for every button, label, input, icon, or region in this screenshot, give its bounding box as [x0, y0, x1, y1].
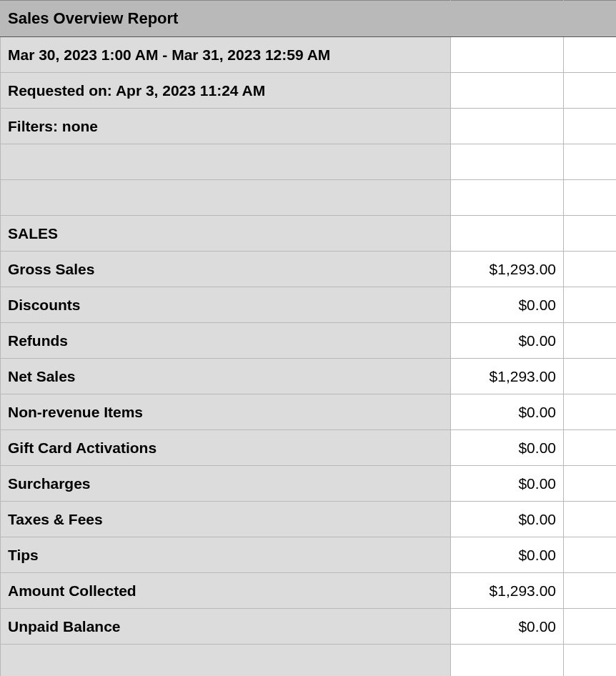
empty-cell	[451, 109, 564, 144]
table-row: Non-revenue Items $0.00	[1, 394, 617, 430]
empty-cell	[1, 180, 451, 216]
row-value: $1,293.00	[451, 359, 564, 394]
table-row: Gross Sales $1,293.00	[1, 252, 617, 287]
date-range-row: Mar 30, 2023 1:00 AM - Mar 31, 2023 12:5…	[1, 37, 617, 73]
row-label: Non-revenue Items	[1, 394, 451, 430]
row-label: Gift Card Activations	[1, 430, 451, 466]
blank-row	[1, 180, 617, 216]
row-value: $0.00	[451, 287, 564, 323]
empty-cell	[564, 323, 617, 359]
empty-cell	[564, 645, 617, 677]
row-label: Discounts	[1, 287, 451, 323]
empty-cell	[451, 37, 564, 73]
empty-cell	[451, 1, 564, 37]
row-value: $0.00	[451, 430, 564, 466]
empty-cell	[451, 144, 564, 180]
row-value: $0.00	[451, 394, 564, 430]
empty-cell	[564, 609, 617, 645]
report-title: Sales Overview Report	[1, 1, 451, 37]
empty-cell	[564, 216, 617, 252]
empty-cell	[451, 180, 564, 216]
section-header: SALES	[1, 216, 451, 252]
table-row: Discounts $0.00	[1, 287, 617, 323]
table-row: Unpaid Balance $0.00	[1, 609, 617, 645]
empty-cell	[1, 144, 451, 180]
filters: Filters: none	[1, 109, 451, 144]
empty-cell	[564, 180, 617, 216]
title-row: Sales Overview Report	[1, 1, 617, 37]
row-label: Gross Sales	[1, 252, 451, 287]
empty-cell	[564, 502, 617, 537]
row-value: $0.00	[451, 537, 564, 573]
row-label: Surcharges	[1, 466, 451, 502]
empty-cell	[564, 1, 617, 37]
empty-cell	[564, 287, 617, 323]
row-value: $0.00	[451, 323, 564, 359]
table-row: Refunds $0.00	[1, 323, 617, 359]
table-row: Taxes & Fees $0.00	[1, 502, 617, 537]
sales-report-table: Sales Overview Report Mar 30, 2023 1:00 …	[0, 0, 616, 676]
empty-cell	[564, 144, 617, 180]
empty-cell	[564, 537, 617, 573]
empty-cell	[564, 109, 617, 144]
empty-cell	[564, 573, 617, 609]
blank-row	[1, 645, 617, 677]
row-label: Tips	[1, 537, 451, 573]
row-label: Net Sales	[1, 359, 451, 394]
row-label: Amount Collected	[1, 573, 451, 609]
date-range: Mar 30, 2023 1:00 AM - Mar 31, 2023 12:5…	[1, 37, 451, 73]
row-label: Taxes & Fees	[1, 502, 451, 537]
row-value: $0.00	[451, 466, 564, 502]
empty-cell	[564, 37, 617, 73]
row-value: $0.00	[451, 609, 564, 645]
row-label: Refunds	[1, 323, 451, 359]
section-header-row: SALES	[1, 216, 617, 252]
empty-cell	[451, 73, 564, 109]
table-row: Net Sales $1,293.00	[1, 359, 617, 394]
empty-cell	[564, 359, 617, 394]
blank-row	[1, 144, 617, 180]
requested-on: Requested on: Apr 3, 2023 11:24 AM	[1, 73, 451, 109]
empty-cell	[451, 216, 564, 252]
row-value: $1,293.00	[451, 252, 564, 287]
empty-cell	[564, 73, 617, 109]
empty-cell	[451, 645, 564, 677]
row-value: $0.00	[451, 502, 564, 537]
empty-cell	[564, 394, 617, 430]
row-label: Unpaid Balance	[1, 609, 451, 645]
table-row: Surcharges $0.00	[1, 466, 617, 502]
empty-cell	[1, 645, 451, 677]
table-row: Gift Card Activations $0.00	[1, 430, 617, 466]
table-row: Amount Collected $1,293.00	[1, 573, 617, 609]
row-value: $1,293.00	[451, 573, 564, 609]
requested-on-row: Requested on: Apr 3, 2023 11:24 AM	[1, 73, 617, 109]
empty-cell	[564, 430, 617, 466]
empty-cell	[564, 466, 617, 502]
filters-row: Filters: none	[1, 109, 617, 144]
table-row: Tips $0.00	[1, 537, 617, 573]
empty-cell	[564, 252, 617, 287]
